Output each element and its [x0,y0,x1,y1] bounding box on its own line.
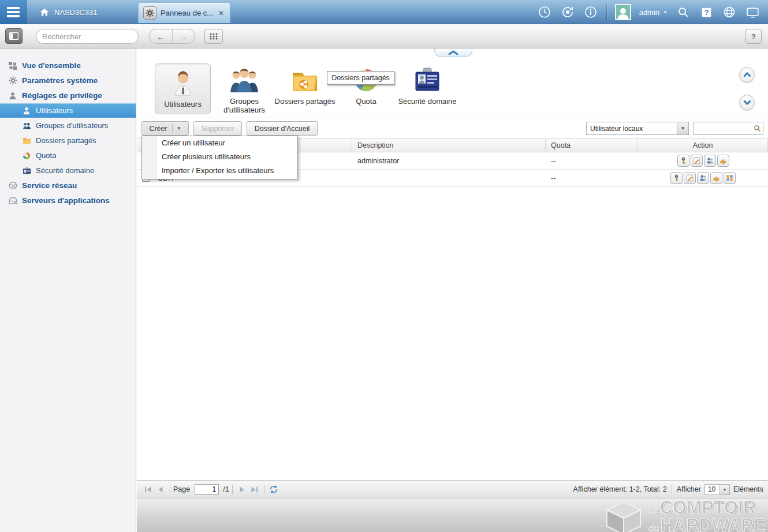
overview-icon [8,61,17,70]
edit-icon-button[interactable] [684,172,696,184]
user-groups-icon [214,63,275,93]
create-menu: Créer un utilisateur Créer plusieurs uti… [141,136,298,179]
groups-icon-button[interactable] [697,172,709,184]
server-icon [8,196,17,205]
hand-icon-button[interactable] [710,172,722,184]
sidebar-item-network-service[interactable]: Service réseau [0,178,136,193]
hand-icon-button[interactable] [717,155,729,167]
row-actions [638,152,768,169]
key-icon-button[interactable] [670,172,683,184]
avatar[interactable] [615,4,631,20]
category-label: Dossiers partagés [274,97,335,106]
tab-control-panel[interactable]: Panneau de c... ✕ [138,2,230,23]
category-label: Utilisateurs [155,100,210,108]
ribbon-scroll-up-button[interactable] [739,67,755,83]
page-label: Page [173,485,190,493]
apps-icon-button[interactable] [724,172,736,184]
sidebar-item-user-groups[interactable]: Groupes d'utilisateurs [0,118,136,133]
sidebar-toggle-button[interactable] [5,28,23,44]
groups-icon-button[interactable] [704,155,716,167]
category-label: Quota [335,97,397,106]
user-type-select[interactable]: Utilisateur locaux ▼ [586,122,689,135]
user-icon [22,106,31,115]
main-menu-button[interactable] [0,0,27,24]
category-user-groups[interactable]: Groupes d'utilisateurs [214,63,275,114]
search-icon[interactable] [676,5,691,20]
category-domain-security[interactable]: Sécurité domaine [397,63,458,106]
info-icon[interactable] [583,5,598,20]
delete-button[interactable]: Supprimer [193,121,242,136]
row-actions [638,170,768,186]
search-input[interactable] [42,32,144,41]
sidebar-item-shared-folders[interactable]: Dossiers partagés [0,133,136,148]
user-quota: -- [546,152,638,169]
sidebar-item-system-settings[interactable]: Paramètres système [0,73,136,88]
show-label: Afficher [677,485,701,493]
view-grid-button[interactable] [204,29,223,44]
sidebar-item-privileges[interactable]: Réglages de privilège [0,88,136,103]
column-action[interactable]: Action [638,139,768,152]
next-page-button[interactable] [236,483,248,496]
key-icon-button[interactable] [677,155,689,167]
help-icon[interactable]: ? [699,5,714,20]
chevron-down-icon: ▼ [719,485,729,494]
menu-item-import-export-users[interactable]: Importer / Exporter les utilisateurs [142,164,297,178]
sidebar-item-users[interactable]: Utilisateurs [0,103,136,118]
menu-item-create-multiple-users[interactable]: Créer plusieurs utilisateurs [142,150,297,164]
watermark: LeCOMPTOIR duHARDWARE [605,500,766,532]
items-label: Eléments [733,485,763,493]
home-folder-button[interactable]: Dossier d'Accueil [247,121,318,136]
tab-close-icon[interactable]: ✕ [218,9,224,17]
sidebar: Vue d'ensemble Paramètres système Réglag… [0,48,136,532]
hamburger-icon [7,7,20,9]
chevron-up-icon [743,72,751,77]
tab-title: Panneau de c... [161,9,213,17]
forward-button[interactable]: → [173,29,195,43]
column-quota[interactable]: Quota [546,139,638,152]
bottom-strip: LeCOMPTOIR duHARDWARE [137,499,768,532]
refresh-icon[interactable] [267,483,280,496]
window-toolbar: ← → ? [0,24,768,48]
create-button[interactable]: Créer ▼ [141,121,189,136]
pagination-bar: Page /1 Afficher élément: 1-2, Total: 2 … [137,480,768,499]
chevron-down-icon: ▼ [172,124,181,133]
last-page-button[interactable] [248,483,261,496]
prev-page-button[interactable] [154,483,167,496]
first-page-button[interactable] [141,483,154,496]
window-help-button[interactable]: ? [745,29,762,44]
control-panel-gear-icon [143,6,156,20]
column-description[interactable]: Description [352,139,546,152]
user-description [352,170,546,186]
sidebar-item-domain-security[interactable]: Sécurité domaine [0,163,136,178]
topbar-divider [606,5,607,20]
toolbar-search [36,29,139,44]
page-input[interactable] [195,484,219,494]
edit-icon-button[interactable] [691,155,703,167]
desktop-home-button[interactable]: NASD3C331 [32,0,104,24]
menu-item-create-user[interactable]: Créer un utilisateur [142,136,297,150]
cube-logo-icon [605,501,643,532]
users-icon [155,66,210,96]
user-icon [8,91,17,100]
clock-icon[interactable] [537,5,552,20]
home-icon [39,7,50,17]
user-quota: -- [546,170,638,186]
sidebar-item-application-servers[interactable]: Serveurs d'applications [0,193,136,208]
sidebar-item-overview[interactable]: Vue d'ensemble [0,58,136,73]
back-button[interactable]: ← [150,29,173,43]
globe-icon[interactable] [722,5,737,20]
user-description: administrator [352,152,546,169]
user-search-input[interactable] [694,125,751,133]
user-menu[interactable]: admin ▼ [639,8,668,17]
refresh-icon[interactable] [560,5,575,20]
category-label: Groupes d'utilisateurs [214,97,275,114]
page-size-select[interactable]: 10 ▼ [704,484,730,495]
search-icon[interactable] [751,125,763,132]
ribbon-scroll-down-button[interactable] [739,95,755,110]
display-info: Afficher élément: 1-2, Total: 2 [573,485,667,493]
monitor-icon[interactable] [745,5,760,20]
ribbon-collapse-tab[interactable] [434,48,472,57]
chevron-up-icon [448,50,459,55]
category-users[interactable]: Utilisateurs [155,63,211,114]
sidebar-item-quota[interactable]: Quota [0,148,136,163]
